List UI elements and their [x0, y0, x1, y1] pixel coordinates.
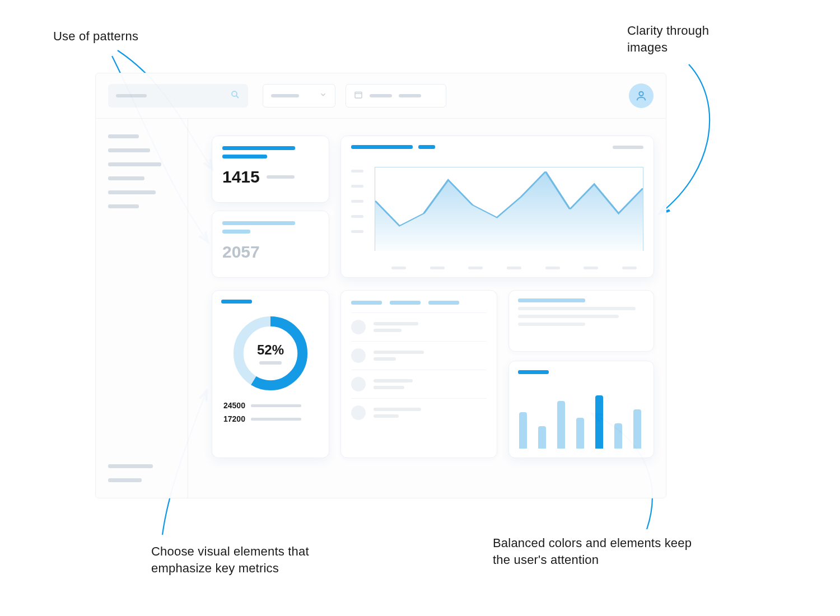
bar-column	[576, 418, 584, 449]
date-picker[interactable]	[346, 84, 446, 108]
bar-column	[595, 395, 603, 449]
y-axis	[351, 170, 363, 233]
legend-row: 24500	[223, 401, 320, 410]
legend-value-1: 24500	[223, 401, 245, 410]
legend-label-placeholder	[251, 404, 301, 407]
svg-rect-2	[355, 92, 362, 98]
search-icon	[230, 90, 240, 102]
donut-title-placeholder	[221, 300, 252, 304]
avatar[interactable]	[629, 83, 654, 108]
summary-title-placeholder	[518, 298, 585, 302]
avatar-icon	[351, 320, 366, 334]
avatar-icon	[351, 377, 366, 391]
list-title-placeholder	[428, 301, 459, 305]
legend-value-2: 17200	[223, 414, 245, 423]
stat-title-placeholder	[222, 146, 295, 150]
list-title-placeholder	[351, 301, 382, 305]
list-item[interactable]	[351, 312, 487, 341]
list-card[interactable]	[340, 290, 497, 458]
sidebar-item[interactable]	[108, 464, 153, 468]
bar-chart	[519, 393, 643, 449]
avatar-icon	[351, 405, 366, 420]
donut-legend: 24500 17200	[221, 401, 320, 423]
x-axis	[391, 267, 637, 269]
filter-dropdown[interactable]	[263, 84, 335, 108]
topbar	[96, 73, 666, 118]
calendar-icon	[354, 90, 363, 101]
avatar-icon	[351, 348, 366, 363]
date-placeholder-2	[399, 94, 421, 97]
list-item[interactable]	[351, 370, 487, 398]
svg-point-4	[639, 92, 643, 96]
stat-primary-value: 1415	[222, 167, 260, 186]
sidebar-item[interactable]	[108, 148, 150, 152]
stat-secondary-value: 2057	[222, 242, 260, 262]
summary-line	[518, 323, 585, 326]
sidebar	[96, 118, 188, 498]
summary-line	[518, 307, 636, 310]
sidebar-group-2	[108, 464, 175, 482]
sidebar-item[interactable]	[108, 204, 139, 208]
summary-line	[518, 315, 619, 318]
arrow-top-right	[661, 64, 710, 213]
search-input[interactable]	[108, 84, 248, 108]
date-placeholder	[370, 94, 392, 97]
list-item[interactable]	[351, 341, 487, 370]
chevron-down-icon	[319, 91, 327, 101]
stat-unit-placeholder	[267, 175, 295, 179]
bar-column	[557, 401, 565, 449]
stat-subtitle-placeholder	[222, 155, 267, 158]
stat-card-secondary[interactable]: 2057	[212, 211, 329, 278]
legend-label-placeholder	[251, 418, 301, 421]
svg-point-0	[232, 91, 237, 96]
sidebar-item[interactable]	[108, 134, 139, 138]
bar-column	[519, 412, 527, 449]
sidebar-item[interactable]	[108, 176, 144, 180]
sidebar-group-1	[108, 134, 175, 208]
chart-legend-placeholder	[613, 146, 643, 149]
sidebar-item[interactable]	[108, 190, 156, 194]
list-title-placeholder	[390, 301, 421, 305]
svg-line-1	[236, 96, 239, 98]
user-icon	[635, 90, 647, 102]
content-area: 1415 2057	[188, 118, 666, 498]
list-item[interactable]	[351, 398, 487, 427]
area-chart	[375, 167, 643, 251]
chart-title-placeholder-2	[418, 145, 435, 149]
sidebar-item[interactable]	[108, 478, 142, 482]
bar-column	[633, 409, 641, 449]
dropdown-placeholder	[271, 94, 299, 97]
chart-title-placeholder	[351, 145, 413, 149]
bar-title-placeholder	[518, 370, 549, 374]
legend-row: 17200	[223, 414, 320, 423]
bar-chart-card[interactable]	[508, 361, 654, 458]
bar-column	[538, 426, 546, 449]
area-chart-card[interactable]	[340, 136, 654, 278]
donut-sub-placeholder	[259, 361, 282, 365]
donut-chart: 52%	[228, 311, 312, 395]
donut-percent-value: 52%	[257, 342, 284, 358]
stat-title-placeholder	[222, 221, 295, 225]
search-placeholder	[116, 94, 147, 97]
bar-column	[614, 423, 622, 449]
dashboard-frame: 1415 2057	[95, 73, 666, 498]
summary-card[interactable]	[508, 290, 654, 352]
donut-chart-card[interactable]: 52% 24500 17200	[212, 290, 329, 458]
sidebar-item[interactable]	[108, 162, 161, 166]
stat-subtitle-placeholder	[222, 230, 250, 234]
stat-card-primary[interactable]: 1415	[212, 136, 329, 203]
